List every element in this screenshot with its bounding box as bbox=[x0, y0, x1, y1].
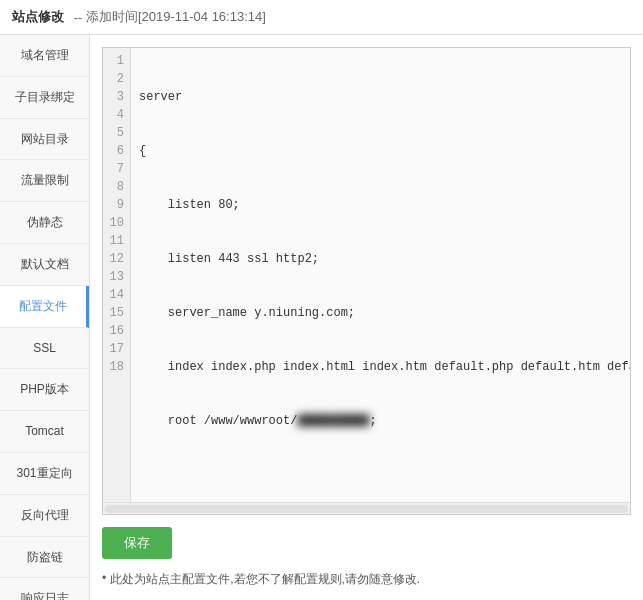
header: 站点修改 -- 添加时间[2019-11-04 16:13:14] bbox=[0, 0, 643, 35]
sidebar: 域名管理 子目录绑定 网站目录 流量限制 伪静态 默认文档 配置文件 SSL P… bbox=[0, 35, 90, 600]
sidebar-item-tomcat[interactable]: Tomcat bbox=[0, 411, 89, 453]
code-line-6: index index.php index.html index.htm def… bbox=[139, 358, 630, 376]
code-line-3: listen 80; bbox=[139, 196, 630, 214]
note-text: 此处为站点主配置文件,若您不了解配置规则,请勿随意修改. bbox=[102, 571, 631, 588]
code-content[interactable]: server { listen 80; listen 443 ssl http2… bbox=[131, 48, 630, 502]
sidebar-item-website[interactable]: 网站目录 bbox=[0, 119, 89, 161]
header-separator: -- bbox=[70, 10, 86, 25]
sidebar-item-traffic[interactable]: 流量限制 bbox=[0, 160, 89, 202]
code-editor-inner[interactable]: 1 2 3 4 5 6 7 8 9 10 11 12 13 14 15 16 1 bbox=[103, 48, 630, 502]
sidebar-item-config[interactable]: 配置文件 bbox=[0, 286, 89, 328]
save-button[interactable]: 保存 bbox=[102, 527, 172, 559]
sidebar-item-pseudo[interactable]: 伪静态 bbox=[0, 202, 89, 244]
sidebar-item-default-doc[interactable]: 默认文档 bbox=[0, 244, 89, 286]
code-line-7: root /www/wwwroot/██████████; bbox=[139, 412, 630, 430]
sidebar-item-reverse[interactable]: 反向代理 bbox=[0, 495, 89, 537]
code-line-5: server_name y.niuning.com; bbox=[139, 304, 630, 322]
sidebar-item-subdir[interactable]: 子目录绑定 bbox=[0, 77, 89, 119]
sidebar-item-hotlink[interactable]: 防盗链 bbox=[0, 537, 89, 579]
sidebar-item-log[interactable]: 响应日志 bbox=[0, 578, 89, 600]
main-layout: 域名管理 子目录绑定 网站目录 流量限制 伪静态 默认文档 配置文件 SSL P… bbox=[0, 35, 643, 600]
sidebar-item-domain[interactable]: 域名管理 bbox=[0, 35, 89, 77]
sidebar-item-ssl[interactable]: SSL bbox=[0, 328, 89, 370]
header-title: 站点修改 bbox=[12, 8, 64, 26]
content-area: 1 2 3 4 5 6 7 8 9 10 11 12 13 14 15 16 1 bbox=[90, 35, 643, 600]
code-line-4: listen 443 ssl http2; bbox=[139, 250, 630, 268]
horizontal-scrollbar[interactable] bbox=[103, 502, 630, 514]
header-time: 添加时间[2019-11-04 16:13:14] bbox=[86, 8, 266, 26]
code-line-8 bbox=[139, 466, 630, 484]
scrollbar-track bbox=[105, 505, 628, 513]
code-line-1: server bbox=[139, 88, 630, 106]
sidebar-item-redirect[interactable]: 301重定向 bbox=[0, 453, 89, 495]
code-line-2: { bbox=[139, 142, 630, 160]
line-numbers: 1 2 3 4 5 6 7 8 9 10 11 12 13 14 15 16 1 bbox=[103, 48, 131, 502]
sidebar-item-php[interactable]: PHP版本 bbox=[0, 369, 89, 411]
code-editor[interactable]: 1 2 3 4 5 6 7 8 9 10 11 12 13 14 15 16 1 bbox=[102, 47, 631, 515]
